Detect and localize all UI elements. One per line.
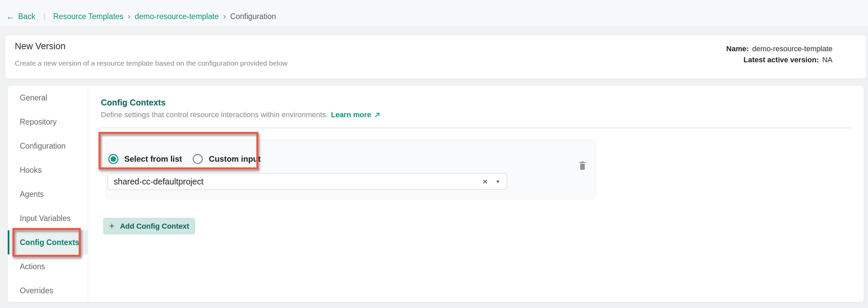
external-link-icon (374, 111, 381, 118)
sidebar-item-general[interactable]: General (8, 86, 88, 110)
section-divider (101, 128, 852, 128)
template-meta: Name: demo-resource-template Latest acti… (726, 43, 833, 65)
plus-icon: + (109, 221, 115, 231)
page-subtitle: Create a new version of a resource templ… (15, 59, 287, 67)
config-context-select[interactable]: shared-cc-defaultproject ✕ ▼ (107, 173, 507, 190)
configuration-panel: General Repository Configuration Hooks A… (7, 85, 864, 302)
sidebar-item-configuration[interactable]: Configuration (8, 134, 88, 158)
add-config-context-button[interactable]: + Add Config Context (103, 218, 195, 234)
back-button[interactable]: ← Back (6, 12, 35, 21)
add-config-context-label: Add Config Context (120, 222, 189, 231)
radio-custom-input[interactable] (193, 154, 203, 164)
new-version-header-card: New Version Create a new version of a re… (5, 35, 866, 79)
sidebar-item-label: Config Contexts (20, 238, 80, 247)
breadcrumb-current-page: Configuration (230, 12, 276, 21)
sidebar-item-input-variables[interactable]: Input Variables (8, 206, 88, 230)
section-description: Define settings that control resource in… (101, 110, 381, 119)
back-arrow-icon: ← (6, 12, 15, 21)
active-indicator-bar (8, 230, 9, 254)
page-title: New Version (15, 41, 66, 52)
breadcrumb: ← Back | Resource Templates › demo-resou… (6, 12, 276, 21)
sidebar-item-agents[interactable]: Agents (8, 182, 88, 206)
sidebar-item-hooks[interactable]: Hooks (8, 158, 88, 182)
config-context-item-card: Select from list Custom input shared-cc-… (105, 140, 596, 199)
meta-version-value: NA (822, 54, 833, 65)
sidebar-item-actions[interactable]: Actions (8, 254, 88, 278)
breadcrumb-link-resource-templates[interactable]: Resource Templates (53, 12, 123, 21)
radio-select-from-list-label: Select from list (124, 154, 182, 164)
breadcrumb-bar: ← Back | Resource Templates › demo-resou… (0, 0, 868, 27)
settings-sidebar: General Repository Configuration Hooks A… (8, 86, 88, 302)
chevron-down-icon[interactable]: ▼ (496, 179, 500, 184)
source-type-radio-group: Select from list Custom input (108, 154, 261, 164)
breadcrumb-separator-icon: › (128, 12, 130, 21)
breadcrumb-divider: | (43, 12, 45, 21)
back-label: Back (18, 12, 35, 21)
meta-version-label: Latest active version: (743, 54, 819, 65)
section-description-text: Define settings that control resource in… (101, 110, 328, 119)
breadcrumb-separator-icon: › (223, 12, 226, 21)
meta-name-label: Name: (726, 43, 749, 54)
breadcrumb-link-template-name[interactable]: demo-resource-template (135, 12, 219, 21)
learn-more-link[interactable]: Learn more (331, 110, 381, 119)
delete-config-context-button[interactable] (578, 161, 587, 170)
radio-select-from-list[interactable] (108, 154, 118, 164)
meta-name-value: demo-resource-template (752, 43, 833, 54)
learn-more-label: Learn more (331, 110, 371, 119)
radio-custom-input-label: Custom input (209, 154, 261, 164)
config-context-selected-value: shared-cc-defaultproject (114, 177, 204, 186)
sidebar-item-repository[interactable]: Repository (8, 110, 88, 134)
trash-icon (578, 161, 587, 170)
sidebar-item-overrides[interactable]: Overrides (8, 278, 88, 302)
clear-selection-icon[interactable]: ✕ (482, 178, 488, 185)
sidebar-item-config-contexts[interactable]: Config Contexts (8, 230, 88, 254)
page: ← Back | Resource Templates › demo-resou… (0, 0, 868, 308)
section-title: Config Contexts (101, 98, 165, 107)
